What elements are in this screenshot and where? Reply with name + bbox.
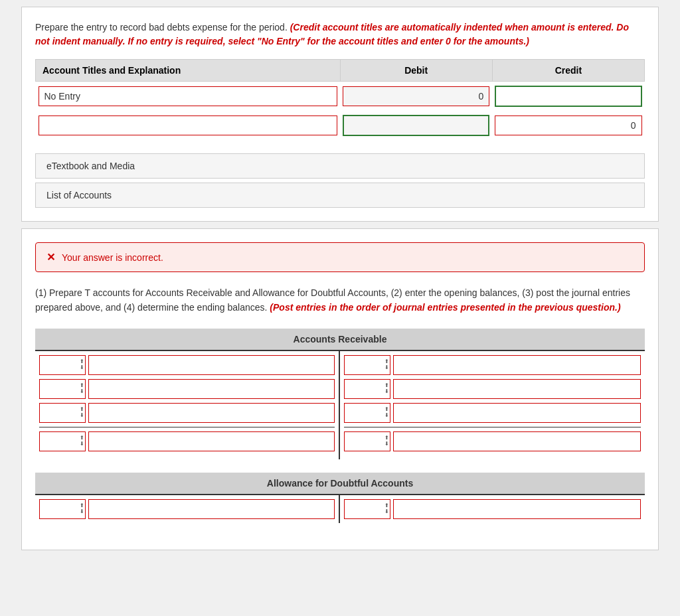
error-message: Your answer is incorrect. bbox=[62, 252, 163, 263]
credit-input-row2[interactable] bbox=[495, 116, 641, 135]
ar-left-text-4[interactable] bbox=[88, 431, 335, 451]
ar-right-spinner-2[interactable] bbox=[344, 379, 390, 399]
t-account-allowance-header: Allowance for Doubtful Accounts bbox=[35, 473, 645, 494]
ar-left-text-3[interactable] bbox=[88, 403, 335, 423]
debit-input-row2[interactable] bbox=[343, 115, 489, 136]
t-account-row bbox=[344, 499, 641, 519]
t-account-row bbox=[344, 379, 641, 399]
ar-left-spinner-1[interactable] bbox=[39, 355, 86, 375]
t-account-instruction: (1) Prepare T accounts for Accounts Rece… bbox=[35, 285, 645, 315]
t-account-row bbox=[39, 355, 335, 375]
spinner-wrapper bbox=[39, 499, 86, 519]
ar-right-spinner-3[interactable] bbox=[344, 403, 390, 423]
ar-right-text-4[interactable] bbox=[393, 431, 641, 451]
t-account-allowance-grid bbox=[35, 494, 645, 523]
ar-left-text-2[interactable] bbox=[88, 379, 335, 399]
ar-left-spinner-3[interactable] bbox=[39, 403, 86, 423]
t-account-ar-grid bbox=[35, 350, 645, 459]
t-account-allowance-doubtful: Allowance for Doubtful Accounts bbox=[35, 473, 645, 523]
t-account-ar-right bbox=[340, 351, 645, 459]
debit-input-row1[interactable] bbox=[343, 86, 489, 106]
t-account-ar-left bbox=[35, 351, 340, 459]
spinner-wrapper bbox=[39, 403, 86, 423]
allowance-left-text-1[interactable] bbox=[88, 499, 335, 519]
spinner-wrapper bbox=[344, 379, 390, 399]
section-journal-entry: Prepare the entry to record bad debts ex… bbox=[21, 7, 659, 222]
ar-right-text-2[interactable] bbox=[393, 379, 641, 399]
allowance-right-spinner-1[interactable] bbox=[344, 499, 390, 519]
t-account-row bbox=[39, 403, 335, 423]
allowance-left-spinner-1[interactable] bbox=[39, 499, 86, 519]
t-account-accounts-receivable: Accounts Receivable bbox=[35, 329, 645, 459]
t-account-divider-row bbox=[344, 427, 641, 451]
button-row: eTextbook and Media List of Accounts bbox=[35, 153, 645, 208]
t-account-ar-header: Accounts Receivable bbox=[35, 329, 645, 350]
credit-input-row1[interactable] bbox=[495, 86, 641, 107]
t-account-row bbox=[39, 379, 335, 399]
ar-right-text-3[interactable] bbox=[393, 403, 641, 423]
ar-right-spinner-1[interactable] bbox=[344, 355, 390, 375]
error-icon: ✕ bbox=[46, 251, 55, 264]
etextbook-button[interactable]: eTextbook and Media bbox=[35, 153, 645, 179]
account-input-row2[interactable] bbox=[39, 116, 338, 135]
spinner-wrapper bbox=[344, 355, 390, 375]
ar-right-spinner-4[interactable] bbox=[344, 431, 390, 451]
spinner-wrapper bbox=[39, 431, 86, 451]
spinner-wrapper bbox=[39, 379, 86, 399]
table-row bbox=[36, 111, 645, 140]
allowance-right-text-1[interactable] bbox=[393, 499, 641, 519]
t-account-allowance-left bbox=[35, 495, 340, 523]
spinner-wrapper bbox=[344, 499, 390, 519]
t-account-row bbox=[344, 403, 641, 423]
ar-left-text-1[interactable] bbox=[88, 355, 335, 375]
ar-left-spinner-4[interactable] bbox=[39, 431, 86, 451]
account-input-row1[interactable] bbox=[39, 86, 338, 106]
t-account-row bbox=[39, 499, 335, 519]
spinner-wrapper bbox=[39, 355, 86, 375]
ar-right-text-1[interactable] bbox=[393, 355, 641, 375]
col-header-debit: Debit bbox=[340, 60, 492, 82]
section-t-accounts: ✕ Your answer is incorrect. (1) Prepare … bbox=[21, 228, 659, 550]
t-account-allowance-right bbox=[340, 495, 645, 523]
col-header-account: Account Titles and Explanation bbox=[36, 60, 341, 82]
spinner-wrapper bbox=[344, 431, 390, 451]
t-account-divider-row bbox=[39, 427, 335, 451]
ar-left-spinner-2[interactable] bbox=[39, 379, 86, 399]
col-header-credit: Credit bbox=[492, 60, 644, 82]
journal-table: Account Titles and Explanation Debit Cre… bbox=[35, 59, 645, 140]
table-row bbox=[36, 82, 645, 112]
instruction-plain: Prepare the entry to record bad debts ex… bbox=[35, 22, 288, 33]
list-of-accounts-button[interactable]: List of Accounts bbox=[35, 183, 645, 208]
t-account-row bbox=[344, 355, 641, 375]
t-account-instruction-italic: (Post entries in the order of journal en… bbox=[270, 302, 620, 313]
error-box: ✕ Your answer is incorrect. bbox=[35, 242, 645, 272]
instruction-text: Prepare the entry to record bad debts ex… bbox=[35, 21, 645, 48]
spinner-wrapper bbox=[344, 403, 390, 423]
